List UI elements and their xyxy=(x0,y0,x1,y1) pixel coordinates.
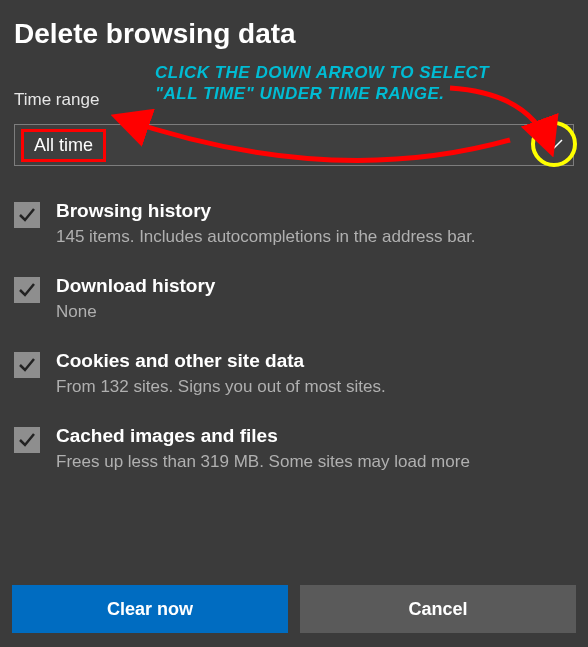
item-title: Cached images and files xyxy=(56,425,574,447)
time-range-label: Time range xyxy=(14,90,574,110)
item-title: Browsing history xyxy=(56,200,574,222)
data-types-list: Browsing history 145 items. Includes aut… xyxy=(14,200,574,573)
checkmark-icon xyxy=(17,355,37,375)
clear-now-button[interactable]: Clear now xyxy=(12,585,288,633)
checkmark-icon xyxy=(17,205,37,225)
cancel-button[interactable]: Cancel xyxy=(300,585,576,633)
time-range-dropdown[interactable]: All time xyxy=(14,124,574,166)
checkmark-icon xyxy=(17,280,37,300)
item-description: Frees up less than 319 MB. Some sites ma… xyxy=(56,451,574,474)
list-item: Browsing history 145 items. Includes aut… xyxy=(14,200,574,249)
item-description: None xyxy=(56,301,574,324)
checkbox-cookies[interactable] xyxy=(14,352,40,378)
list-item: Download history None xyxy=(14,275,574,324)
checkmark-icon xyxy=(17,430,37,450)
delete-browsing-data-dialog: Delete browsing data Time range All time… xyxy=(0,0,588,647)
item-title: Cookies and other site data xyxy=(56,350,574,372)
list-item: Cached images and files Frees up less th… xyxy=(14,425,574,474)
item-description: 145 items. Includes autocompletions in t… xyxy=(56,226,574,249)
chevron-down-icon[interactable] xyxy=(545,138,563,150)
checkbox-cached-files[interactable] xyxy=(14,427,40,453)
item-description: From 132 sites. Signs you out of most si… xyxy=(56,376,574,399)
checkbox-browsing-history[interactable] xyxy=(14,202,40,228)
checkbox-download-history[interactable] xyxy=(14,277,40,303)
annotation-circle xyxy=(531,121,577,167)
item-title: Download history xyxy=(56,275,574,297)
dialog-buttons: Clear now Cancel xyxy=(12,573,576,647)
list-item: Cookies and other site data From 132 sit… xyxy=(14,350,574,399)
dialog-title: Delete browsing data xyxy=(14,18,574,50)
time-range-value: All time xyxy=(21,129,106,162)
